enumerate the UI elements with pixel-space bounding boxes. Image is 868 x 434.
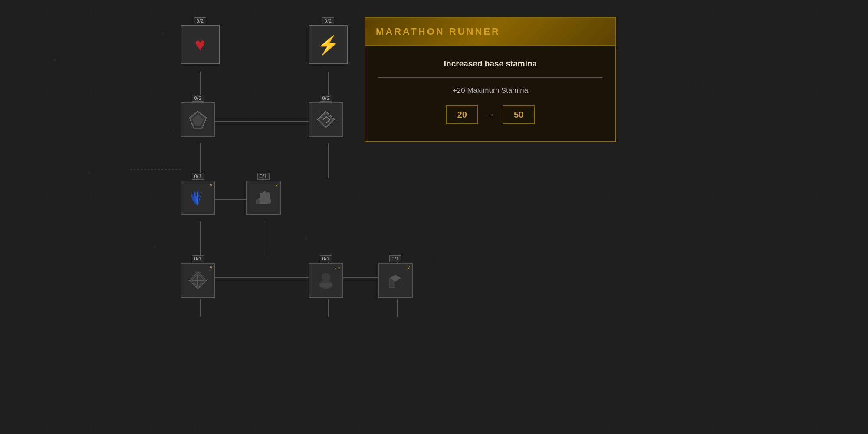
bottom-left-svg [187, 270, 209, 291]
node-lightning[interactable]: 0/2 ⚡ [309, 17, 348, 64]
node-bottom-right[interactable]: 0/1 ∨ [378, 255, 413, 298]
node-diamond-right[interactable]: 0/2 [309, 95, 343, 137]
fan-svg-icon [186, 186, 210, 210]
node-diamond-left-icon[interactable] [181, 102, 215, 137]
node-fist[interactable]: 0/1 ∨ [246, 173, 281, 215]
node-diamond-left[interactable]: 0/2 [181, 95, 215, 137]
diamond-left-svg [187, 109, 209, 131]
diamond-right-svg [315, 109, 337, 131]
bottom-mid-svg [315, 270, 337, 291]
node-bottom-left[interactable]: 0/1 ∨ [181, 255, 215, 298]
svg-rect-28 [256, 199, 260, 204]
node-heart-badge: 0/2 [194, 17, 207, 24]
tooltip-panel: MARATHON RUNNER Increased base stamina +… [365, 17, 616, 142]
svg-point-36 [320, 283, 332, 288]
svg-rect-27 [258, 198, 271, 204]
node-bottom-mid-icon[interactable]: ⌄⌄ [309, 263, 343, 298]
node-bottom-right-icon[interactable]: ∨ [378, 263, 413, 298]
node-fan[interactable]: 0/1 ∨ [181, 173, 215, 215]
node-diamond-right-icon[interactable] [309, 102, 343, 137]
fan-chevron: ∨ [210, 182, 213, 187]
node-heart-icon[interactable]: ♥ [181, 25, 220, 64]
node-bottom-left-icon[interactable]: ∨ [181, 263, 215, 298]
tooltip-value-from: 20 [446, 105, 478, 124]
tooltip-stat: +20 Maximum Stamina [378, 86, 602, 95]
node-fist-badge: 0/1 [257, 173, 270, 180]
tooltip-divider [378, 77, 602, 78]
node-fan-badge: 0/1 [192, 173, 204, 180]
node-bottom-mid[interactable]: 0/1 ⌄⌄ [309, 255, 343, 298]
bottom-right-svg [385, 270, 406, 291]
node-bottom-mid-badge: 0/1 [320, 255, 332, 262]
node-lightning-badge: 0/2 [322, 17, 335, 24]
tooltip-value-to: 50 [503, 105, 535, 124]
fist-chevron: ∨ [275, 182, 278, 187]
svg-point-34 [322, 273, 330, 282]
bottom-right-chevron: ∨ [407, 265, 410, 270]
node-diamond-left-badge: 0/2 [192, 95, 204, 102]
node-bottom-left-badge: 0/1 [192, 255, 204, 262]
node-heart[interactable]: 0/2 ♥ [181, 17, 220, 64]
lightning-icon: ⚡ [317, 34, 339, 56]
heart-icon: ♥ [195, 34, 206, 55]
tooltip-body: Increased base stamina +20 Maximum Stami… [365, 46, 615, 141]
tooltip-values: 20 → 50 [378, 105, 602, 124]
tooltip-title: MARATHON RUNNER [376, 26, 500, 37]
node-fist-icon[interactable]: ∨ [246, 181, 281, 215]
node-fan-icon[interactable]: ∨ [181, 181, 215, 215]
node-lightning-icon[interactable]: ⚡ [309, 25, 348, 64]
fist-svg-icon [252, 186, 276, 210]
node-bottom-right-badge: 0/1 [389, 255, 402, 262]
bottom-mid-chevron: ⌄⌄ [334, 265, 341, 270]
bottom-left-chevron: ∨ [210, 265, 213, 270]
tooltip-arrow: → [486, 110, 495, 120]
node-diamond-right-badge: 0/2 [320, 95, 332, 102]
tooltip-description: Increased base stamina [378, 59, 602, 69]
tooltip-header: MARATHON RUNNER [365, 18, 615, 46]
